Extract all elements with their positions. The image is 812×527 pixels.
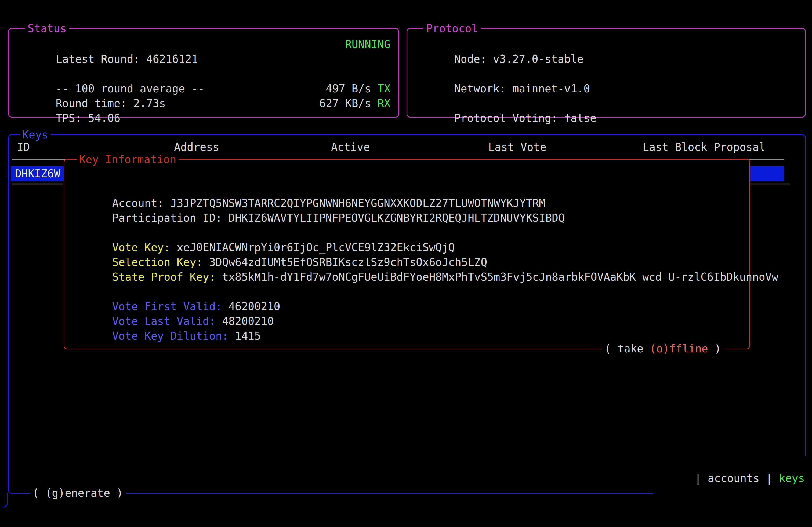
header-separator-left <box>12 159 65 160</box>
protocol-panel: Protocol Node: v3.27.0-stable Network: m… <box>407 28 806 118</box>
tx-rate: 497 B/s TX <box>326 81 390 96</box>
protocol-voting-row: Protocol Voting: false <box>416 96 797 111</box>
vote-first-valid-row: Vote First Valid: 46200210 <box>73 284 741 299</box>
dim-underline-left <box>12 183 62 185</box>
tab-separator: | <box>695 472 701 484</box>
network-row: Network: mainnet-v1.0 <box>416 66 797 81</box>
status-panel: Status Latest Round: 46216121 RUNNING --… <box>8 28 399 118</box>
tab-keys[interactable]: keys <box>779 472 805 484</box>
average-header-row: -- 100 round average -- <box>17 66 390 81</box>
rx-rate: 627 KB/s RX <box>319 96 390 111</box>
account-row: Account: J3JPZTQ5NSW3TARRC2QIYPGNWNH6NEY… <box>73 181 741 196</box>
status-panel-title: Status <box>25 21 69 36</box>
take-offline-button[interactable]: ( take (o)ffline ) <box>602 341 724 356</box>
column-header-id: ID <box>17 140 30 154</box>
tab-accounts[interactable]: accounts <box>708 472 760 484</box>
tps-text: TPS: 54.06 <box>56 112 120 124</box>
key-information-title: Key Information <box>76 152 179 167</box>
header-separator-right <box>749 159 784 160</box>
rx-label: RX <box>378 97 390 109</box>
node-version-row: Node: v3.27.0-stable <box>416 37 797 52</box>
vote-key-dilution-row: Vote Key Dilution: 1415 <box>73 314 741 329</box>
latest-round-text: Latest Round: 46216121 <box>56 53 198 65</box>
state-proof-key-row: State Proof Key: tx85kM1h-dY1Fd7w7oNCgFU… <box>73 255 741 270</box>
participation-id-text: Participation ID: DHKIZ6WAVTYLIIPNFPEOVG… <box>112 212 565 224</box>
protocol-panel-title: Protocol <box>423 21 481 36</box>
vote-key-dilution-value: 1415 <box>235 330 261 342</box>
vote-key-row: Vote Key: xeJ0ENIACWNrpYi0r6IjOc_PlcVCE9… <box>73 225 741 240</box>
vote-last-valid-row: Vote Last Valid: 48200210 <box>73 299 741 314</box>
node-state-badge: RUNNING <box>345 37 390 52</box>
round-time-row: Round time: 2.73s 497 B/s TX <box>17 81 390 96</box>
vote-key-dilution-label: Vote Key Dilution: <box>112 330 235 342</box>
protocol-voting-text: Protocol Voting: false <box>454 112 597 124</box>
terminal-screen: Status Latest Round: 46216121 RUNNING --… <box>0 0 812 527</box>
state-proof-key-label: State Proof Key: <box>112 271 222 283</box>
generate-button[interactable]: ( (g)enerate ) <box>30 486 126 500</box>
selection-key-row: Selection Key: 3DQw64zdIUMt5EfOSRBIKsczl… <box>73 240 741 255</box>
latest-round-row: Latest Round: 46216121 RUNNING <box>17 37 390 52</box>
state-proof-key-value: tx85kM1h-dY1Fd7w7oNCgFUeUiBdFYoeH8MxPhTv… <box>222 271 778 283</box>
view-tabs: | accounts | keys | <box>653 456 812 500</box>
column-header-last-block-proposal: Last Block Proposal <box>642 140 766 154</box>
offline-hotkey: (o)ffline <box>650 342 708 355</box>
column-header-active: Active <box>331 140 370 154</box>
dim-underline-right <box>750 183 790 185</box>
node-version-text: Node: v3.27.0-stable <box>454 53 584 65</box>
box-corner-artifact <box>2 493 8 508</box>
tx-label: TX <box>378 82 390 95</box>
network-text: Network: mainnet-v1.0 <box>454 82 590 95</box>
table-row-selected-right[interactable] <box>750 166 784 181</box>
column-header-address: Address <box>174 140 219 154</box>
table-row-selected[interactable]: DHKIZ6W <box>11 166 69 181</box>
tab-separator: | <box>766 472 772 484</box>
participation-id-row: Participation ID: DHKIZ6WAVTYLIIPNFPEOVG… <box>73 196 741 211</box>
tps-row: TPS: 54.06 627 KB/s RX <box>17 96 390 111</box>
column-header-last-vote: Last Vote <box>488 140 547 154</box>
key-information-modal: Key Information Account: J3JPZTQ5NSW3TAR… <box>64 159 750 349</box>
